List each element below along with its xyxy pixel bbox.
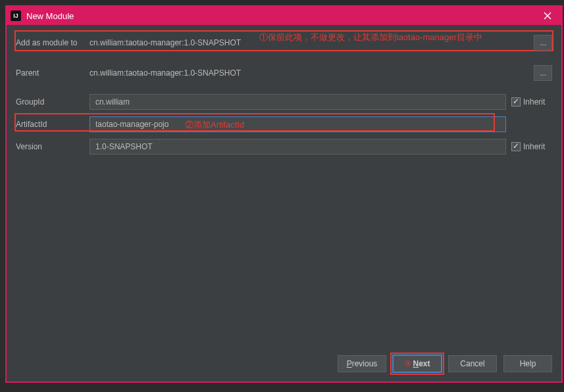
new-module-dialog: IJ New Module ①保留此项，不做更改，让其添加到taotao-man… <box>5 5 563 383</box>
parent-label: Parent <box>16 68 90 78</box>
groupid-input[interactable] <box>90 94 506 110</box>
add-as-module-label: Add as module to <box>16 38 90 47</box>
window-title: New Module <box>26 11 538 21</box>
version-input[interactable] <box>90 139 506 155</box>
add-as-module-browse-button[interactable]: ... <box>534 35 552 51</box>
version-inherit-checkbox[interactable] <box>511 142 521 151</box>
parent-value: cn.william:taotao-manager:1.0-SNAPSHOT <box>90 68 530 78</box>
version-inherit-label: Inherit <box>523 142 545 151</box>
artifactid-input[interactable] <box>90 116 506 132</box>
close-button[interactable] <box>538 7 557 25</box>
previous-button[interactable]: PPreviousrevious <box>338 355 386 372</box>
parent-browse-button[interactable]: ... <box>534 65 552 81</box>
groupid-inherit-label: Inherit <box>523 97 545 107</box>
version-label: Version <box>16 142 90 151</box>
groupid-inherit-checkbox[interactable] <box>511 97 521 107</box>
callout-3: ③ <box>404 359 411 368</box>
groupid-label: GroupId <box>16 97 90 107</box>
help-button[interactable]: Help <box>503 355 552 372</box>
artifactid-label: ArtifactId <box>16 120 90 129</box>
next-button[interactable]: ③NextNext <box>393 355 442 372</box>
add-as-module-value: cn.william:taotao-manager:1.0-SNAPSHOT <box>90 38 530 47</box>
intellij-icon: IJ <box>11 11 21 21</box>
close-icon <box>544 12 551 20</box>
cancel-button[interactable]: Cancel <box>448 355 497 372</box>
titlebar: IJ New Module <box>7 7 561 25</box>
